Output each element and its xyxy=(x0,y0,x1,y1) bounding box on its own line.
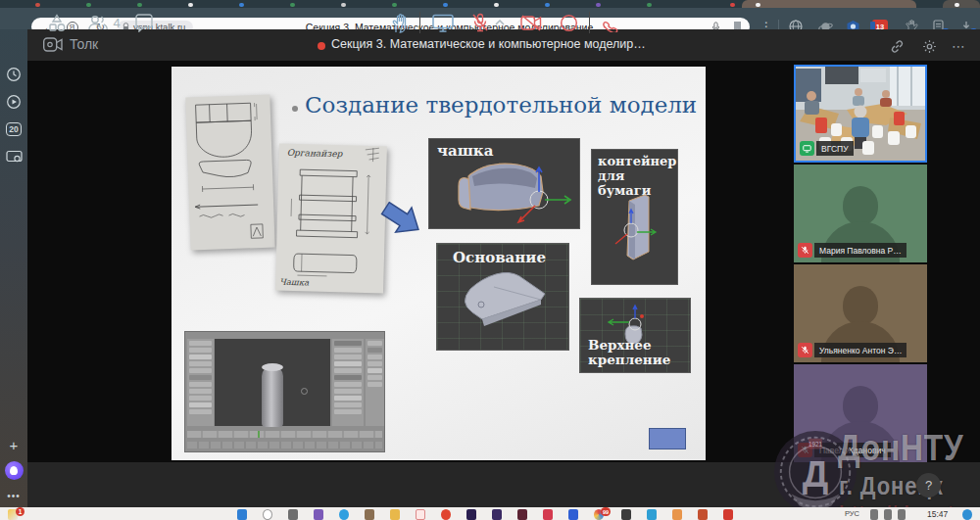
shared-slide: Создание твердотельной модели xyxy=(172,67,706,460)
arrow-icon xyxy=(380,196,425,243)
screen: ← Я ↻ vspu.ktalk.ru Секция 3. Математиче… xyxy=(0,0,980,520)
tray-volume-icon[interactable] xyxy=(884,509,892,520)
search-icon[interactable] xyxy=(263,509,272,520)
tab-favicon[interactable] xyxy=(35,3,40,7)
tray-app-icon[interactable] xyxy=(962,509,972,520)
meeting-title: Секция 3. Математическое и компьютерное … xyxy=(331,37,646,51)
add-tab-button[interactable]: + xyxy=(0,433,27,456)
participant-name: Павел Жданович xyxy=(814,443,891,457)
start-button[interactable] xyxy=(237,509,247,520)
tray-icon[interactable] xyxy=(898,509,906,520)
tab-favicon[interactable] xyxy=(494,3,499,7)
raise-hand-button[interactable] xyxy=(388,11,412,34)
tab-counter[interactable]: 20 xyxy=(0,118,27,141)
tab-favicon[interactable] xyxy=(545,3,550,7)
sketch-paper-1 xyxy=(185,95,274,251)
chat-button[interactable] xyxy=(132,11,156,34)
record-button[interactable] xyxy=(557,11,580,34)
blender-viewport xyxy=(215,339,330,426)
avatar xyxy=(843,286,878,325)
panel-label: Верхнее крепление xyxy=(588,338,690,368)
hangup-button[interactable] xyxy=(600,11,623,34)
mic-muted-button[interactable] xyxy=(468,11,492,34)
taskbar-app[interactable] xyxy=(543,509,553,520)
tab-favicon[interactable] xyxy=(290,3,295,7)
screenshare-badge-icon xyxy=(800,141,814,156)
folder-icon[interactable] xyxy=(390,509,400,520)
tray-network-icon[interactable] xyxy=(870,509,878,520)
taskbar-app[interactable] xyxy=(314,509,323,520)
cylinder-model xyxy=(262,366,283,427)
tab-fragment[interactable] xyxy=(943,0,980,8)
taskbar-app[interactable] xyxy=(672,509,682,520)
divider xyxy=(419,12,420,33)
participant-tile-maria[interactable]: Мария Павловна Р… xyxy=(794,165,927,262)
tab-favicon[interactable] xyxy=(341,3,346,7)
tab-favicon[interactable] xyxy=(647,3,652,7)
video-play-icon[interactable] xyxy=(0,90,27,114)
participant-tile-pavel[interactable]: Павел Жданович xyxy=(794,364,927,462)
slide-title: Создание твердотельной модели xyxy=(305,92,697,118)
app-name: Толк xyxy=(70,36,98,52)
tab-favicon-active-recording[interactable] xyxy=(730,3,735,7)
apps-shapes-icon[interactable] xyxy=(45,11,69,34)
browser-sidebar: 20 + ••• xyxy=(0,29,27,507)
sketch-paper-2: Органайзер Чашка xyxy=(275,144,387,294)
camera-off-button[interactable] xyxy=(519,11,543,34)
participants-button[interactable]: 4 xyxy=(84,11,123,34)
tab-favicon[interactable] xyxy=(596,3,601,7)
taskbar-app-active[interactable] xyxy=(416,509,425,520)
tab-favicon[interactable] xyxy=(443,3,448,7)
taskbar-app[interactable] xyxy=(723,509,733,520)
alice-assistant-icon[interactable] xyxy=(0,458,27,482)
screencast-icon[interactable] xyxy=(0,145,27,168)
taskbar-app-powerpoint[interactable] xyxy=(698,509,708,520)
taskbar-app-indesign[interactable] xyxy=(517,509,527,520)
meeting-toolbar xyxy=(27,462,980,507)
taskbar-app[interactable] xyxy=(647,509,657,520)
taskbar-app[interactable] xyxy=(365,509,374,520)
sketch-label-cup: Чашка xyxy=(279,277,309,288)
screenshare-button[interactable] xyxy=(431,11,455,34)
taskbar-app[interactable] xyxy=(288,509,298,520)
history-icon[interactable] xyxy=(0,63,27,86)
weather-badge: 1 xyxy=(16,507,24,516)
camera-logo-icon xyxy=(43,37,63,52)
slide-blue-rectangle xyxy=(649,428,686,449)
taskbar-clock[interactable]: 15:47 xyxy=(927,509,948,519)
participant-tile-ulyanenko[interactable]: Ульяненко Антон Э… xyxy=(794,264,927,362)
ktalk-logo: Толк xyxy=(43,36,98,52)
tab-favicon[interactable] xyxy=(239,3,244,7)
presentation-stage: Создание твердотельной модели xyxy=(27,61,980,462)
cup-3d-model xyxy=(429,139,581,230)
tab-favicon[interactable] xyxy=(188,3,193,7)
participant-tile-vgspu[interactable]: ВГСПУ xyxy=(794,65,927,163)
model-panel-container: контейнер для бумаги xyxy=(591,149,678,285)
browser-badge: 99 xyxy=(601,507,611,516)
taskbar-app[interactable] xyxy=(441,509,451,520)
taskbar-app-premiere[interactable] xyxy=(466,509,476,520)
tab-favicon[interactable] xyxy=(137,3,142,7)
tab-favicon[interactable] xyxy=(86,3,91,7)
help-button[interactable]: ? xyxy=(916,473,941,497)
mic-options-chevron-icon[interactable] xyxy=(493,11,507,34)
taskbar-app[interactable] xyxy=(568,509,578,520)
container-3d-model xyxy=(592,150,679,286)
mic-muted-badge-icon xyxy=(798,443,812,457)
sidebar-more-icon[interactable]: ••• xyxy=(0,484,27,507)
header-more-icon[interactable]: ⋯ xyxy=(949,37,968,55)
divider xyxy=(589,12,590,33)
model-panel-mount: Верхнее крепление xyxy=(579,298,691,373)
copy-link-icon[interactable] xyxy=(887,37,906,55)
active-tab[interactable] xyxy=(742,0,916,8)
taskbar-app[interactable] xyxy=(621,509,631,520)
taskbar-app[interactable] xyxy=(339,509,349,520)
participants-count: 4 xyxy=(113,16,120,30)
language-indicator[interactable]: РУС xyxy=(845,509,859,518)
taskbar-app-premiere[interactable] xyxy=(492,509,502,520)
tab-favicon[interactable] xyxy=(392,3,397,7)
model-panel-base: Основание xyxy=(436,243,569,351)
settings-gear-icon[interactable] xyxy=(919,37,939,55)
browser-tab-strip[interactable] xyxy=(0,0,980,8)
blender-screenshot xyxy=(184,331,385,452)
